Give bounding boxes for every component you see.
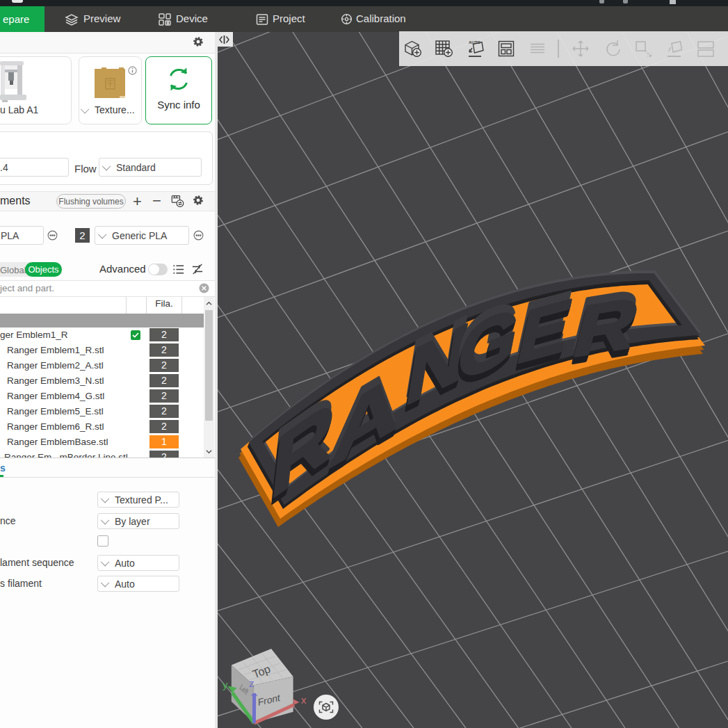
svg-text:AUTO: AUTO [469, 40, 480, 45]
svg-text:z: z [249, 677, 254, 689]
svg-text:x: x [301, 694, 307, 706]
svg-text:y: y [223, 679, 228, 690]
